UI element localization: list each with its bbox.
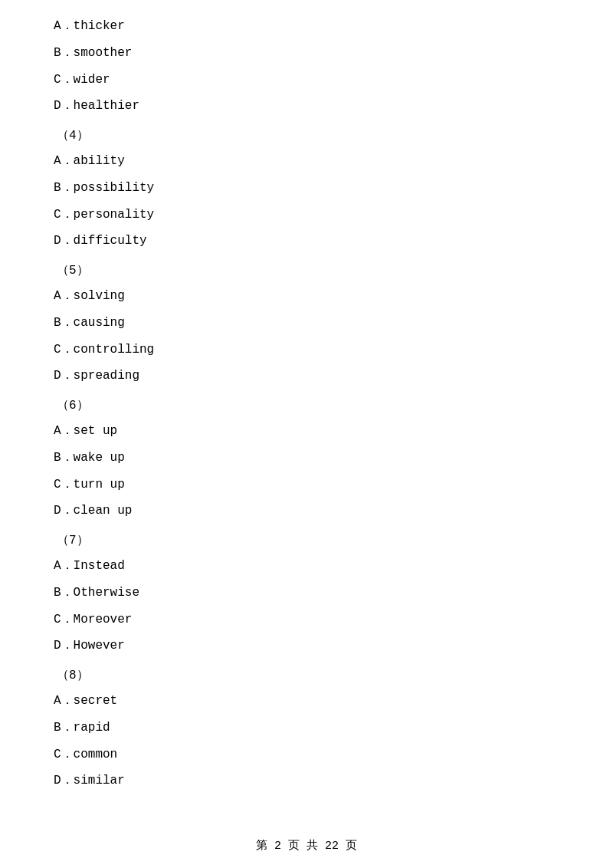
section-0-item-3: D．healthier bbox=[54, 95, 559, 117]
section-0-item-1: B．smoother bbox=[54, 42, 559, 64]
section-0-item-0: A．thicker bbox=[54, 15, 559, 38]
section-number-1: （4） bbox=[54, 125, 559, 147]
section-4-item-2: C．Moreover bbox=[54, 609, 559, 631]
section-1-item-2: C．personality bbox=[54, 204, 559, 226]
section-0-item-2: C．wider bbox=[54, 69, 559, 91]
section-1-item-3: D．difficulty bbox=[54, 230, 559, 252]
main-content: A．thickerB．smootherC．widerD．healthier（4）… bbox=[0, 0, 613, 843]
section-5-item-3: D．similar bbox=[54, 770, 559, 792]
section-3-item-0: A．set up bbox=[54, 420, 559, 442]
section-4-item-1: B．Otherwise bbox=[54, 582, 559, 604]
section-2-item-2: C．controlling bbox=[54, 339, 559, 361]
section-2-item-0: A．solving bbox=[54, 285, 559, 307]
section-3-item-2: C．turn up bbox=[54, 474, 559, 496]
section-5-item-2: C．common bbox=[54, 744, 559, 766]
section-5-item-0: A．secret bbox=[54, 690, 559, 712]
section-4-item-3: D．However bbox=[54, 635, 559, 657]
section-2-item-1: B．causing bbox=[54, 312, 559, 334]
section-4-item-0: A．Instead bbox=[54, 555, 559, 577]
section-number-4: （7） bbox=[54, 530, 559, 552]
section-3-item-3: D．clean up bbox=[54, 500, 559, 522]
footer-text: 第 2 页 共 22 页 bbox=[256, 840, 357, 853]
section-1-item-1: B．possibility bbox=[54, 177, 559, 199]
section-number-2: （5） bbox=[54, 260, 559, 282]
section-number-5: （8） bbox=[54, 665, 559, 687]
section-number-3: （6） bbox=[54, 395, 559, 417]
section-2-item-3: D．spreading bbox=[54, 365, 559, 387]
section-3-item-1: B．wake up bbox=[54, 447, 559, 469]
section-5-item-1: B．rapid bbox=[54, 717, 559, 739]
page-footer: 第 2 页 共 22 页 bbox=[0, 838, 613, 853]
section-1-item-0: A．ability bbox=[54, 150, 559, 173]
